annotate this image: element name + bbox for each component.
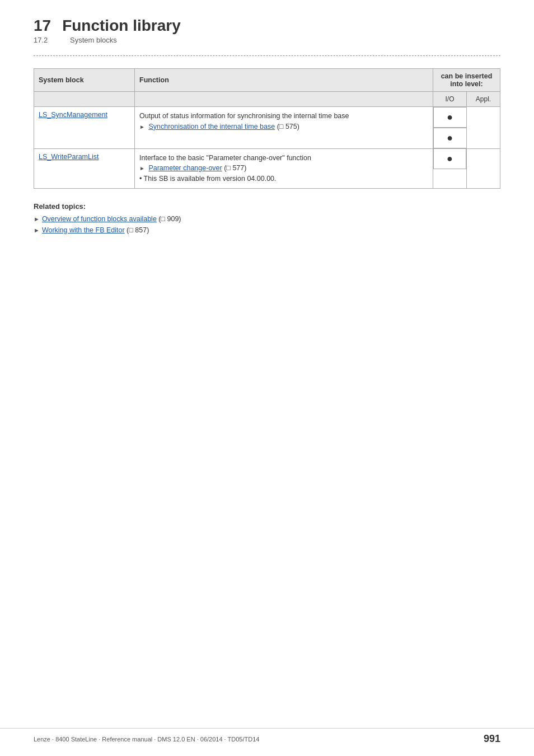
arrow-icon-1: ► [139,124,145,130]
related-topics-section: Related topics: ► Overview of function b… [34,202,500,234]
page-ref-1: (□ 575) [277,123,299,130]
chapter-number: 17 [34,17,51,35]
page-ref-2: (□ 577) [224,164,246,172]
section-divider [34,55,500,56]
cell-function-1: Output of status information for synchro… [135,107,433,149]
col-header-system-block: System block [34,69,135,92]
function-sub-1: ► Synchronisation of the internal time b… [139,122,428,132]
system-blocks-table: System block Function can be inserted in… [34,68,500,189]
link-overview-function-blocks[interactable]: Overview of function blocks available [42,215,157,223]
cell-io-2: ● [433,148,466,169]
chapter-title: 17 Function library [34,17,500,35]
cell-appl-1: ● [433,128,467,148]
col-header-function: Function [135,69,433,92]
related-page-1: (□ 909) [157,215,181,223]
function-main-text-1: Output of status information for synchro… [139,111,428,122]
footer-text: Lenze · 8400 StateLine · Reference manua… [34,736,259,743]
related-page-2: (□ 857) [125,226,149,234]
related-item-1: ► Overview of function blocks available … [34,215,500,223]
page-number: 991 [484,733,500,745]
page-footer: Lenze · 8400 StateLine · Reference manua… [0,728,534,745]
related-item-2: ► Working with the FB Editor (□ 857) [34,226,500,234]
arrow-icon-related-1: ► [34,216,40,222]
link-ls-syncmanagement[interactable]: LS_SyncManagement [39,111,107,119]
function-main-text-2: Interface to the basic "Parameter change… [139,153,428,164]
cell-system-block-1: LS_SyncManagement [34,107,135,149]
col-header-io: I/O [433,92,467,107]
col-header-empty-2 [135,92,433,107]
arrow-icon-2: ► [139,165,145,171]
link-working-fb-editor[interactable]: Working with the FB Editor [42,226,125,234]
col-header-empty-1 [34,92,135,107]
section-number: 17.2 [34,36,59,44]
arrow-icon-related-2: ► [34,227,40,234]
cell-system-block-2: LS_WriteParamList [34,148,135,188]
cell-function-2: Interface to the basic "Parameter change… [135,148,433,188]
related-topics-title: Related topics: [34,202,500,211]
table-row: LS_SyncManagement Output of status infor… [34,107,500,149]
link-ls-writeparamlist[interactable]: LS_WriteParamList [39,153,99,161]
link-param-changeover[interactable]: Parameter change-over [148,164,222,172]
col-header-appl: Appl. [467,92,500,107]
system-blocks-table-wrapper: System block Function can be inserted in… [34,68,500,189]
section-line: 17.2 System blocks [34,36,500,44]
function-sub-2: ► Parameter change-over (□ 577) [139,163,428,174]
link-sync-time-base[interactable]: Synchronisation of the internal time bas… [148,123,275,130]
col-header-insertable: can be inserted into level: [433,69,500,92]
header-section: 17 Function library 17.2 System blocks [34,17,500,44]
chapter-name: Function library [62,17,181,35]
cell-appl-2 [467,148,500,188]
table-row: LS_WriteParamList Interface to the basic… [34,148,500,188]
function-note-2: • This SB is available from version 04.0… [139,174,428,184]
cell-io-1: ● [433,107,467,128]
section-name: System blocks [70,36,117,44]
